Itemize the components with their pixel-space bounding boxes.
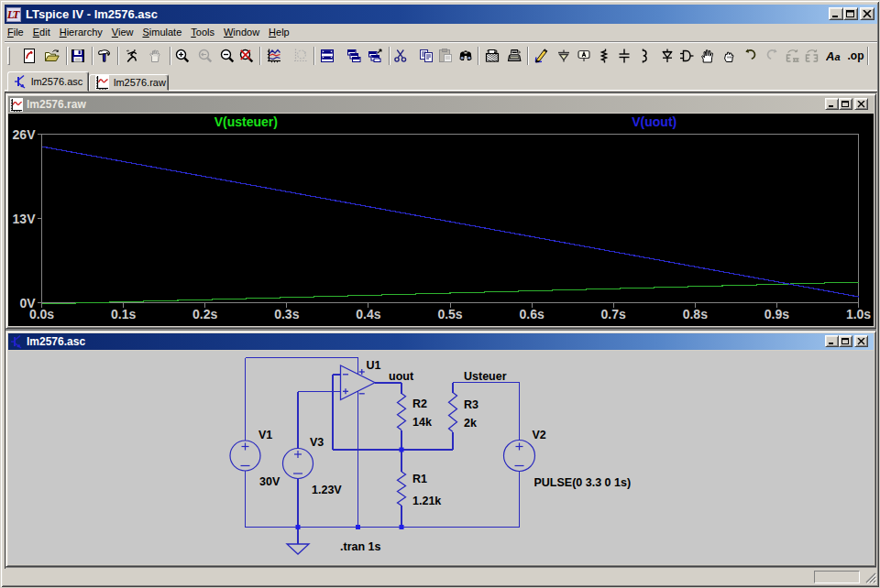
rotate-button[interactable]	[801, 46, 823, 66]
menu-file[interactable]: File	[3, 25, 28, 40]
child-maximize-button[interactable]	[839, 98, 852, 110]
child-close-button[interactable]	[854, 335, 868, 347]
toolbar-separator	[117, 47, 119, 65]
cascade-windows-button[interactable]	[343, 46, 365, 66]
zoomin-icon	[174, 48, 191, 64]
cascade-icon	[346, 48, 362, 64]
toolbar-separator	[314, 47, 315, 65]
menu-bar: FileEditHierarchyViewSimulateToolsWindow…	[3, 24, 875, 41]
svg-text:A: A	[826, 49, 834, 63]
status-panel	[814, 571, 860, 583]
schematic-window: lm2576.asc U1uoutUsteuerR214kR32kR11.21k…	[6, 331, 876, 567]
zoomx-icon	[238, 48, 255, 64]
wave-icon	[266, 48, 282, 64]
toolbar-separator	[66, 47, 68, 65]
halt-button[interactable]	[144, 46, 166, 66]
resize-grip[interactable]	[864, 572, 877, 584]
run-icon	[124, 48, 140, 64]
diode-icon	[659, 48, 676, 64]
label-net-button[interactable]	[573, 46, 595, 66]
waveform-window-titlebar[interactable]: lm2576.raw	[8, 96, 874, 113]
waveform-chart: 0V13V26V0.0s0.1s0.2s0.3s0.4s0.5s0.6s0.7s…	[8, 114, 874, 326]
maximize-button[interactable]	[843, 7, 858, 20]
paste-icon	[437, 48, 454, 64]
schematic-window-titlebar[interactable]: lm2576.asc	[8, 333, 874, 350]
tileh-icon	[319, 48, 336, 64]
menu-tools[interactable]: Tools	[186, 25, 219, 40]
plot-pane-button[interactable]	[290, 46, 312, 66]
spice-directive-button[interactable]: .op	[845, 46, 867, 66]
schematic-file-icon	[10, 334, 23, 349]
child-minimize-button[interactable]	[825, 98, 839, 110]
place-inductor-button[interactable]	[632, 46, 654, 66]
paste-button[interactable]	[434, 46, 456, 66]
node-dot	[356, 525, 360, 529]
zoom-extents-button[interactable]	[236, 46, 258, 66]
tile-horizontally-button[interactable]	[316, 46, 338, 66]
tab-lm2576.raw[interactable]: lm2576.raw	[89, 74, 169, 91]
control-panel-button[interactable]	[94, 46, 116, 66]
menu-view[interactable]: View	[107, 25, 138, 40]
child-minimize-button[interactable]	[825, 335, 839, 347]
toolbar-separator	[259, 47, 261, 65]
toolbar-grip[interactable]	[7, 47, 10, 65]
menu-edit[interactable]: Edit	[28, 25, 55, 40]
x-tick-label: 0.1s	[111, 307, 136, 321]
cut-button[interactable]	[390, 46, 412, 66]
child-close-button[interactable]	[854, 98, 868, 110]
schematic-label: 1.21k	[412, 495, 441, 507]
print-preview-button[interactable]	[481, 46, 503, 66]
run-button[interactable]	[121, 46, 143, 66]
place-component-button[interactable]	[676, 46, 698, 66]
halt-icon	[147, 48, 163, 64]
open-button[interactable]	[41, 46, 63, 66]
preview-icon	[484, 48, 500, 64]
title-bar[interactable]: LT LTspice IV - lm2576.asc	[5, 5, 877, 24]
cap-icon	[616, 48, 632, 64]
autorange-y-button[interactable]	[263, 46, 285, 66]
print-button[interactable]	[503, 46, 525, 66]
waveform-window-title: lm2576.raw	[27, 98, 86, 111]
redo-button[interactable]	[762, 46, 784, 66]
minimize-icon	[831, 10, 841, 18]
label-icon	[576, 48, 592, 64]
menu-window[interactable]: Window	[219, 25, 264, 40]
tab-label: lm2576.asc	[31, 76, 82, 87]
tilev-icon	[367, 48, 383, 64]
schematic-label: 14k	[412, 416, 432, 429]
waveform-plot[interactable]: 0V13V26V0.0s0.1s0.2s0.3s0.4s0.5s0.6s0.7s…	[8, 114, 874, 326]
save-button[interactable]	[67, 46, 89, 66]
menu-simulate[interactable]: Simulate	[138, 25, 186, 40]
tab-lm2576.asc[interactable]: lm2576.asc	[7, 71, 89, 92]
draw-wire-button[interactable]	[531, 46, 553, 66]
undo-button[interactable]	[739, 46, 761, 66]
copy-button[interactable]	[415, 46, 437, 66]
schematic-label: .tran 1s	[340, 540, 381, 553]
pencil-icon	[534, 48, 550, 64]
node-dot	[296, 525, 301, 529]
place-resistor-button[interactable]	[593, 46, 615, 66]
zoom-in-button[interactable]	[171, 46, 193, 66]
zoom-back-button[interactable]	[194, 46, 216, 66]
drag-button[interactable]	[718, 46, 740, 66]
schematic-canvas[interactable]: U1uoutUsteuerR214kR32kR11.21kV130VV31.23…	[8, 351, 874, 564]
move-button[interactable]	[697, 46, 719, 66]
place-ground-button[interactable]	[553, 46, 575, 66]
node-dot	[400, 448, 404, 452]
toolbar: Aa.op	[5, 41, 877, 69]
new-schematic-button[interactable]	[18, 46, 40, 66]
waveplot-icon	[95, 75, 109, 90]
app-icon[interactable]: LT	[6, 7, 21, 22]
tile-vertically-button[interactable]	[364, 46, 386, 66]
minimize-button[interactable]	[829, 7, 843, 20]
op-icon: .op	[847, 48, 865, 64]
menu-help[interactable]: Help	[264, 25, 294, 40]
find-button[interactable]	[455, 46, 477, 66]
place-text-button[interactable]: Aa	[824, 46, 846, 66]
zoom-out-button[interactable]	[216, 46, 238, 66]
close-button[interactable]	[860, 7, 874, 20]
menu-hierarchy[interactable]: Hierarchy	[55, 25, 107, 40]
schematic-label: V1	[258, 429, 272, 441]
child-maximize-button[interactable]	[839, 335, 852, 347]
x-tick-label: 0.7s	[601, 307, 626, 321]
